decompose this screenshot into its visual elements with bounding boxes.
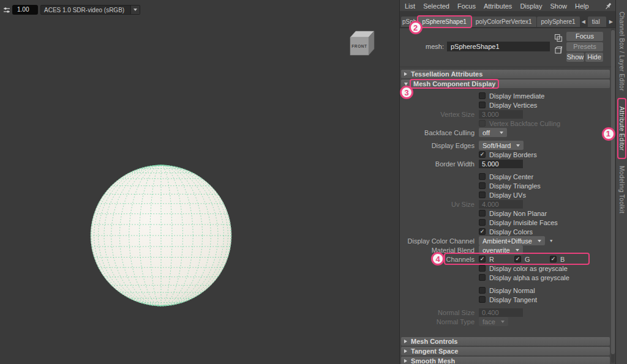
row-control: Soft/Hard: [479, 141, 524, 150]
section-smooth-mesh[interactable]: Smooth Mesh: [401, 357, 610, 364]
hide-button[interactable]: Hide: [585, 53, 603, 62]
show-button[interactable]: Show: [566, 53, 584, 62]
tab-label: pSphereShape1: [422, 18, 467, 25]
display-invisible-faces-checkbox[interactable]: [479, 219, 486, 226]
row-control: 3.000: [479, 110, 523, 119]
menu-attributes[interactable]: Attributes: [484, 2, 512, 10]
attribute-sections: Tessellation Attributes Mesh Component D…: [400, 67, 615, 364]
display-alpha-as-greyscale-checkbox[interactable]: [479, 274, 486, 281]
section-tessellation-attributes[interactable]: Tessellation Attributes: [401, 70, 610, 78]
display-color-as-greyscale-checkbox[interactable]: [479, 265, 486, 272]
tab-psphere1[interactable]: pSphere: [401, 17, 418, 27]
attr-row-display-alpha-as-greyscale: Display alpha as greyscale: [401, 273, 610, 282]
display-color-channel-menu-icon[interactable]: ▼: [549, 239, 554, 243]
menu-selected[interactable]: Selected: [423, 2, 449, 10]
attr-row-normal-type: Normal Typeface: [401, 317, 610, 326]
checkbox-label: Display Normal: [489, 287, 535, 294]
row-control: 5.000: [479, 160, 523, 168]
sphere-object[interactable]: [81, 156, 241, 315]
collapsed-arrow-icon: [404, 349, 407, 353]
tab-partial[interactable]: tial: [588, 17, 606, 27]
tab-scroll-left-icon[interactable]: ◀: [580, 17, 587, 27]
node-box-icon[interactable]: [554, 46, 563, 56]
section-mesh-controls[interactable]: Mesh Controls: [401, 337, 610, 346]
dropdown-value: Soft/Hard: [482, 142, 511, 149]
menu-focus[interactable]: Focus: [457, 2, 476, 10]
checkbox-label: Display color as greyscale: [489, 265, 568, 272]
display-uvs-checkbox[interactable]: [479, 191, 486, 198]
section-tangent-space[interactable]: Tangent Space: [401, 347, 610, 355]
attr-row-channels: Channels✓R✓G✓B4: [401, 254, 610, 264]
node-name-field[interactable]: pSphereShape1: [447, 42, 550, 51]
row-label: Display Color Channel: [401, 237, 477, 245]
tab-bar: pSphere pSphereShape1 2 polyColorPerVert…: [400, 11, 615, 28]
display-non-planar-checkbox[interactable]: [479, 210, 486, 217]
attr-row-display-center: Display Center: [401, 172, 610, 181]
view-transform-dropdown[interactable]: ACES 1.0 SDR-video (sRGB): [40, 5, 140, 15]
attr-row-display-triangles: Display Triangles: [401, 181, 610, 190]
row-control: Display Invisible Faces: [479, 219, 558, 226]
color-management-icon[interactable]: [3, 6, 10, 15]
display-edges-dropdown[interactable]: Soft/Hard: [479, 141, 524, 150]
row-control: 0.400: [479, 308, 523, 317]
channels-b-checkbox[interactable]: ✓: [550, 256, 557, 262]
mesh-component-display-content: Display ImmediateDisplay VerticesVertex …: [401, 88, 610, 330]
chevron-down-icon: [538, 240, 541, 242]
menu-display[interactable]: Display: [520, 2, 542, 10]
channels-r-checkbox[interactable]: ✓: [479, 256, 486, 262]
focus-button[interactable]: Focus: [566, 32, 603, 41]
presets-button[interactable]: Presets: [566, 42, 603, 51]
channel-label: G: [525, 256, 530, 263]
normal-size-field: 0.400: [479, 308, 523, 317]
viewport-panel[interactable]: 1.00 ACES 1.0 SDR-video (sRGB) FRONT: [0, 0, 400, 364]
tab-polycolorpervertex1[interactable]: polyColorPerVertex1: [471, 17, 536, 27]
copy-tab-icon[interactable]: [554, 34, 563, 43]
backface-culling-dropdown[interactable]: off: [479, 128, 507, 137]
display-color-channel-dropdown[interactable]: Ambient+Diffuse: [479, 236, 545, 245]
material-blend-dropdown[interactable]: overwrite: [479, 245, 523, 254]
tab-scroll-right-icon[interactable]: ▶: [608, 17, 614, 27]
display-triangles-checkbox[interactable]: [479, 182, 486, 189]
display-colors-checkbox[interactable]: ✓: [479, 228, 486, 235]
exposure-field[interactable]: 1.00: [12, 5, 38, 15]
checkbox-label: Display Non Planar: [489, 210, 547, 217]
section-title-annotated: Mesh Component Display 3: [411, 80, 497, 87]
display-borders-checkbox[interactable]: ✓: [479, 151, 486, 158]
border-width-field[interactable]: 5.000: [479, 160, 523, 168]
channels-g-checkbox[interactable]: ✓: [514, 256, 521, 262]
normal-type-dropdown: face: [479, 317, 508, 326]
display-immediate-checkbox[interactable]: [479, 92, 486, 99]
display-tangent-checkbox[interactable]: [479, 296, 486, 303]
attr-row-display-borders: ✓Display Borders: [401, 150, 610, 159]
side-tab-modeling-toolkit[interactable]: Modeling Toolkit: [618, 160, 625, 220]
pin-icon[interactable]: [605, 2, 612, 10]
chevron-down-icon[interactable]: [130, 6, 140, 14]
view-cube-label: FRONT: [351, 44, 367, 48]
chevron-down-icon: [516, 144, 520, 147]
row-control: Ambient+Diffuse▼: [479, 236, 554, 245]
row-label: Uv Size: [401, 201, 477, 208]
vertex-backface-culling-checkbox: [479, 120, 486, 127]
menu-show[interactable]: Show: [550, 2, 567, 10]
display-normal-checkbox[interactable]: [479, 287, 486, 294]
row-label: Material Blend: [401, 247, 477, 254]
view-cube[interactable]: FRONT: [347, 29, 376, 60]
scrollbar-thumb[interactable]: [611, 30, 615, 354]
tab-polysphere1[interactable]: polySphere1: [537, 17, 580, 27]
display-vertices-checkbox[interactable]: [479, 102, 486, 108]
menu-bar: ListSelectedFocusAttributesDisplayShowHe…: [400, 0, 615, 11]
side-tab-strip: Channel Box / Layer Editor Attribute Edi…: [615, 0, 627, 364]
collapsed-arrow-icon: [404, 340, 407, 343]
side-tab-channel-box-layer-editor[interactable]: Channel Box / Layer Editor: [618, 6, 625, 97]
attr-row-material-blend: Material Blendoverwrite: [401, 245, 610, 254]
menu-help[interactable]: Help: [575, 2, 589, 10]
menu-list[interactable]: List: [405, 2, 415, 10]
checkbox-label: Display Colors: [489, 228, 533, 236]
row-control: ✓Display Borders: [479, 151, 537, 158]
tab-psphereshape1[interactable]: pSphereShape1 2: [418, 17, 471, 27]
section-mesh-component-display[interactable]: Mesh Component Display 3: [401, 80, 610, 88]
display-center-checkbox[interactable]: [479, 173, 486, 180]
checkbox-label: Display Vertices: [489, 102, 537, 109]
side-tab-attribute-editor[interactable]: Attribute Editor 1: [618, 100, 625, 157]
row-label: Vertex Size: [401, 111, 477, 118]
